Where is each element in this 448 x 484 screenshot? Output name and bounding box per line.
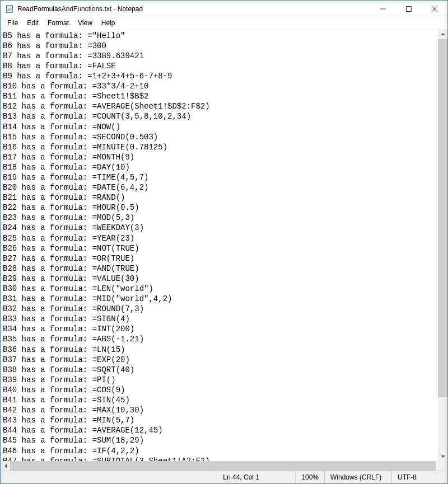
- status-encoding: UTF-8: [391, 471, 447, 483]
- minimize-button[interactable]: [370, 1, 396, 17]
- scroll-down-button[interactable]: [438, 452, 447, 461]
- close-button[interactable]: [422, 1, 447, 17]
- svg-marker-11: [4, 464, 7, 468]
- status-zoom: 100%: [295, 471, 324, 483]
- svg-rect-6: [407, 6, 412, 11]
- scroll-thumb-h[interactable]: [10, 461, 436, 471]
- scrollbar-vertical[interactable]: [438, 30, 447, 462]
- notepad-icon: [5, 4, 14, 13]
- svg-marker-9: [441, 33, 445, 35]
- menu-file[interactable]: File: [3, 18, 22, 28]
- scrollbar-corner: [438, 461, 447, 471]
- svg-marker-10: [441, 455, 445, 458]
- menu-help[interactable]: Help: [97, 18, 120, 28]
- menubar: File Edit Format View Help: [1, 17, 447, 30]
- text-area[interactable]: B5 has a formula: ="Hello" B6 has a form…: [1, 30, 438, 462]
- maximize-button[interactable]: [396, 1, 422, 17]
- menu-edit[interactable]: Edit: [22, 18, 43, 28]
- scroll-track-v[interactable]: [438, 39, 447, 452]
- status-line-ending: Windows (CRLF): [324, 471, 391, 483]
- scroll-thumb-v[interactable]: [438, 39, 447, 397]
- window-title: ReadFormulasAndFunctions.txt - Notepad: [17, 5, 143, 13]
- status-position: Ln 44, Col 1: [217, 471, 295, 483]
- statusbar: Ln 44, Col 1 100% Windows (CRLF) UTF-8: [1, 471, 447, 483]
- scroll-track-h[interactable]: [10, 461, 428, 471]
- menu-format[interactable]: Format: [43, 18, 73, 28]
- menu-view[interactable]: View: [73, 18, 97, 28]
- scroll-up-button[interactable]: [438, 30, 447, 39]
- titlebar[interactable]: ReadFormulasAndFunctions.txt - Notepad: [1, 1, 447, 17]
- scroll-left-button[interactable]: [1, 461, 10, 471]
- scrollbar-horizontal[interactable]: [1, 461, 438, 471]
